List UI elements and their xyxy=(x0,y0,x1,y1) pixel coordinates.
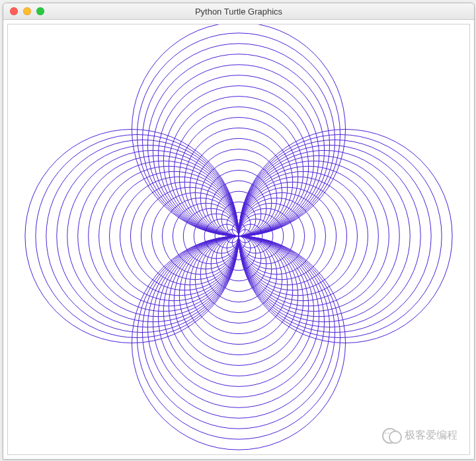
svg-point-59 xyxy=(25,129,239,343)
svg-point-10 xyxy=(239,177,357,295)
minimize-icon[interactable] xyxy=(23,7,31,15)
svg-point-26 xyxy=(200,159,277,236)
svg-point-57 xyxy=(46,140,239,332)
close-icon[interactable] xyxy=(10,7,18,15)
svg-point-19 xyxy=(239,129,452,343)
svg-point-76 xyxy=(147,236,329,418)
turtle-canvas xyxy=(7,24,470,455)
svg-point-30 xyxy=(179,118,298,236)
svg-point-38 xyxy=(137,33,340,236)
svg-point-58 xyxy=(36,134,239,337)
svg-point-31 xyxy=(174,107,303,236)
svg-point-70 xyxy=(179,236,298,355)
svg-point-18 xyxy=(239,134,442,337)
app-window: Python Turtle Graphics xyxy=(3,3,475,460)
svg-point-8 xyxy=(239,187,337,285)
titlebar[interactable]: Python Turtle Graphics xyxy=(3,3,474,20)
traffic-lights xyxy=(10,7,44,15)
svg-point-39 xyxy=(132,24,345,236)
svg-point-48 xyxy=(141,187,239,285)
svg-point-68 xyxy=(190,236,288,334)
svg-point-16 xyxy=(239,145,420,327)
svg-point-78 xyxy=(137,236,340,439)
svg-point-36 xyxy=(147,54,329,236)
svg-point-28 xyxy=(190,138,288,236)
zoom-icon[interactable] xyxy=(36,7,44,15)
svg-point-66 xyxy=(200,236,277,313)
turtle-drawing xyxy=(8,24,469,454)
svg-point-77 xyxy=(142,236,335,429)
window-title: Python Turtle Graphics xyxy=(3,7,474,17)
svg-point-71 xyxy=(174,236,303,365)
svg-point-56 xyxy=(57,145,239,327)
svg-point-50 xyxy=(120,177,239,295)
svg-point-46 xyxy=(162,198,239,274)
svg-point-51 xyxy=(110,171,239,300)
svg-point-17 xyxy=(239,140,431,332)
svg-point-6 xyxy=(239,198,315,274)
svg-point-37 xyxy=(142,44,335,236)
svg-point-11 xyxy=(239,171,368,300)
svg-point-79 xyxy=(132,236,345,450)
